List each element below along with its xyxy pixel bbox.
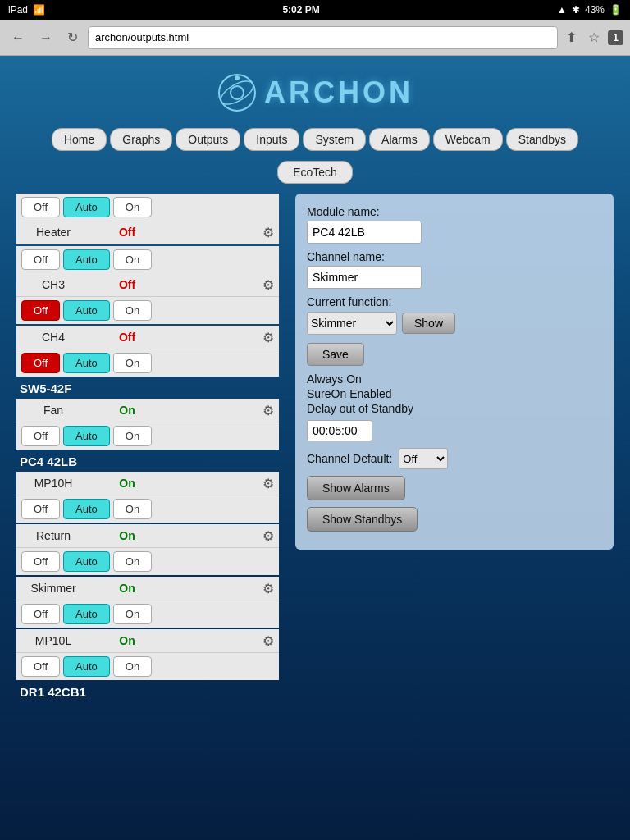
show-alarms-button[interactable]: Show Alarms xyxy=(307,476,405,500)
battery-label: 43% xyxy=(585,4,605,16)
skimmer-on-btn[interactable]: On xyxy=(113,604,152,624)
forward-button[interactable]: → xyxy=(34,27,57,48)
save-button[interactable]: Save xyxy=(307,343,364,366)
mp10h-on-btn[interactable]: On xyxy=(113,499,152,519)
skimmer-name: Skimmer xyxy=(16,577,90,600)
heater-off-btn[interactable]: Off xyxy=(21,197,60,217)
nav-outputs[interactable]: Outputs xyxy=(176,128,240,151)
logo-text: ARCHON xyxy=(264,75,413,110)
mp10l-channel-row: MP10L On ⚙ xyxy=(16,629,279,653)
ch3-on-btn[interactable]: On xyxy=(113,249,152,270)
ch3-on-btn2[interactable]: On xyxy=(113,300,152,321)
nav-inputs[interactable]: Inputs xyxy=(244,128,299,151)
function-select[interactable]: Skimmer Return Fan Heater Always On xyxy=(307,312,397,335)
bluetooth-icon: ✱ xyxy=(572,4,580,16)
skimmer-channel-row: Skimmer On ⚙ xyxy=(16,577,279,600)
mp10h-status: On xyxy=(90,472,164,495)
mp10h-name: MP10H xyxy=(16,472,90,495)
return-on-btn[interactable]: On xyxy=(113,551,152,572)
share-button[interactable]: ⬆ xyxy=(563,26,580,48)
return-gear-icon[interactable]: ⚙ xyxy=(262,528,274,544)
nav-graphs[interactable]: Graphs xyxy=(110,128,172,151)
nav-system[interactable]: System xyxy=(303,128,366,151)
return-off-btn[interactable]: Off xyxy=(21,551,60,572)
status-right: ▲ ✱ 43% 🔋 xyxy=(557,4,622,16)
mp10l-gear-icon[interactable]: ⚙ xyxy=(262,633,274,649)
sw-module-label: SW5-42F xyxy=(16,378,279,399)
nav-alarms[interactable]: Alarms xyxy=(369,128,430,151)
logo-area: ARCHON xyxy=(0,56,630,121)
mp10l-name: MP10L xyxy=(16,629,90,652)
settings-panel: Module name: Channel name: Current funct… xyxy=(295,194,614,702)
ch3-gear-icon[interactable]: ⚙ xyxy=(262,277,274,293)
ch4-auto-btn[interactable]: Auto xyxy=(63,353,110,373)
channel-mp10h-block: MP10H On ⚙ Off Auto On xyxy=(16,472,279,523)
ch4-toggle-row: Off Auto On xyxy=(16,349,279,377)
tab-count[interactable]: 1 xyxy=(608,30,623,45)
ch3-auto-btn[interactable]: Auto xyxy=(63,249,110,270)
refresh-button[interactable]: ↻ xyxy=(62,26,83,48)
ch4-status: Off xyxy=(90,326,164,349)
delay-input[interactable] xyxy=(307,420,372,441)
fan-channel-row: Fan On ⚙ xyxy=(16,399,279,422)
return-status: On xyxy=(90,524,164,547)
battery-icon: 🔋 xyxy=(609,4,622,16)
ch4-gear-icon[interactable]: ⚙ xyxy=(262,330,274,345)
mp10h-off-btn[interactable]: Off xyxy=(21,499,60,519)
main-content: Off Auto On Heater Off ⚙ Off Auto On xyxy=(0,194,630,702)
back-button[interactable]: ← xyxy=(7,27,30,48)
ch3-auto-btn2[interactable]: Auto xyxy=(63,300,110,321)
channel-ch3-block: Off Auto On CH3 Off ⚙ Off Auto On xyxy=(16,246,279,324)
channel-name-input[interactable] xyxy=(307,266,422,289)
ch4-on-btn[interactable]: On xyxy=(113,353,152,373)
skimmer-auto-btn[interactable]: Auto xyxy=(63,604,110,624)
channel-return-block: Return On ⚙ Off Auto On xyxy=(16,524,279,575)
ch4-name: CH4 xyxy=(16,326,90,349)
ch3-off-btn2[interactable]: Off xyxy=(21,300,60,321)
nav-webcam[interactable]: Webcam xyxy=(433,128,503,151)
heater-auto-btn[interactable]: Auto xyxy=(63,197,110,217)
mp10l-toggle-row: Off Auto On xyxy=(16,653,279,680)
fan-gear-icon[interactable]: ⚙ xyxy=(262,403,274,418)
nav-standbys[interactable]: Standbys xyxy=(506,128,578,151)
heater-gear-icon[interactable]: ⚙ xyxy=(262,225,274,240)
return-channel-row: Return On ⚙ xyxy=(16,524,279,548)
channel-name-label: Channel name: xyxy=(307,250,602,263)
channel-skimmer-block: Skimmer On ⚙ Off Auto On xyxy=(16,577,279,628)
ch4-off-btn[interactable]: Off xyxy=(21,353,60,373)
fan-off-btn[interactable]: Off xyxy=(21,426,60,446)
mp10l-auto-btn[interactable]: Auto xyxy=(63,656,110,677)
mp10l-off-btn[interactable]: Off xyxy=(21,656,60,677)
gps-icon: ▲ xyxy=(557,4,567,16)
mp10h-auto-btn[interactable]: Auto xyxy=(63,499,110,519)
return-auto-btn[interactable]: Auto xyxy=(63,551,110,572)
url-input[interactable] xyxy=(88,26,558,49)
show-function-button[interactable]: Show xyxy=(402,313,455,334)
return-toggle-row: Off Auto On xyxy=(16,548,279,575)
fan-auto-btn[interactable]: Auto xyxy=(63,426,110,446)
mp10l-on-btn[interactable]: On xyxy=(113,656,152,677)
channel-heater-block: Off Auto On Heater Off ⚙ xyxy=(16,194,279,244)
logo-icon xyxy=(217,72,258,113)
skimmer-gear-icon[interactable]: ⚙ xyxy=(262,581,274,596)
module-name-label: Module name: xyxy=(307,205,602,218)
ch3-toggle-row: Off Auto On xyxy=(16,246,279,273)
heater-on-btn[interactable]: On xyxy=(113,197,152,217)
nav-home[interactable]: Home xyxy=(52,128,107,151)
skimmer-off-btn[interactable]: Off xyxy=(21,604,60,624)
ch3-off-btn[interactable]: Off xyxy=(21,249,60,270)
browser-bar: ← → ↻ ⬆ ☆ 1 xyxy=(0,20,630,56)
ch3-toggle-row2: Off Auto On xyxy=(16,297,279,324)
channel-default-select[interactable]: Off On Auto xyxy=(399,448,448,469)
channel-fan-block: Fan On ⚙ Off Auto On xyxy=(16,399,279,450)
bookmark-button[interactable]: ☆ xyxy=(585,26,603,48)
channel-panel: Off Auto On Heater Off ⚙ Off Auto On xyxy=(16,194,279,702)
svg-point-1 xyxy=(231,86,244,99)
module-name-input[interactable] xyxy=(307,221,422,244)
ch3-status: Off xyxy=(90,273,164,296)
fan-on-btn[interactable]: On xyxy=(113,426,152,446)
show-standbys-button[interactable]: Show Standbys xyxy=(307,507,418,532)
mp10l-status: On xyxy=(90,629,164,652)
mp10h-gear-icon[interactable]: ⚙ xyxy=(262,476,274,491)
ecotech-button[interactable]: EcoTech xyxy=(277,161,353,184)
